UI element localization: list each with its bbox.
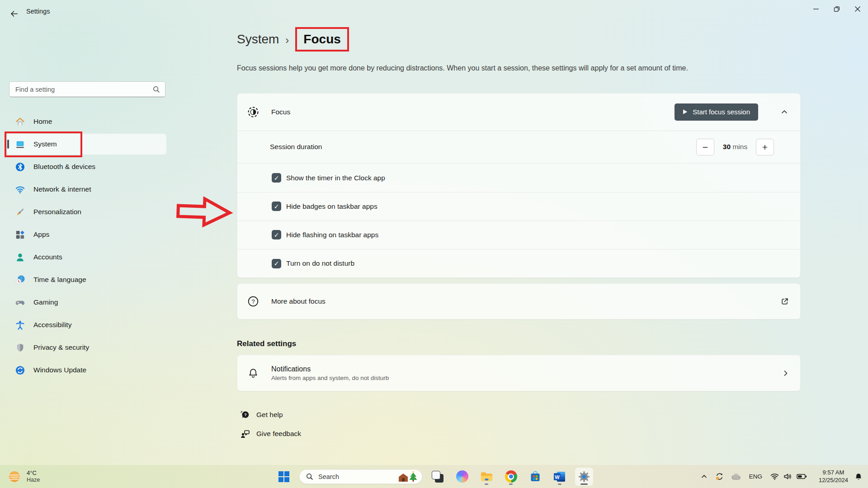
holiday-decoration-icon bbox=[396, 470, 420, 483]
settings-gear-icon bbox=[578, 470, 590, 483]
onedrive-cloud-icon[interactable] bbox=[731, 474, 741, 480]
more-about-focus-label: More about focus bbox=[271, 297, 326, 305]
sidebar-item-accessibility[interactable]: Accessibility bbox=[7, 314, 166, 335]
taskbar-search-box[interactable]: Search bbox=[299, 469, 422, 484]
start-focus-session-button[interactable]: Start focus session bbox=[675, 103, 758, 121]
checkbox-row-timer: ✓ Show the timer in the Clock app bbox=[237, 163, 800, 192]
microsoft-store-icon bbox=[529, 471, 541, 483]
sidebar-item-bluetooth[interactable]: Bluetooth & devices bbox=[7, 156, 166, 177]
checkbox-label: Hide badges on taskbar apps bbox=[286, 202, 377, 211]
clock-widget[interactable]: 9:57 AM 12/25/2024 bbox=[819, 469, 848, 484]
checkbox-show-timer[interactable]: ✓ bbox=[272, 173, 281, 183]
task-view-button[interactable] bbox=[429, 468, 447, 486]
notifications-card[interactable]: Notifications Alerts from apps and syste… bbox=[237, 355, 801, 391]
settings-content: System › Focus Focus sessions help you g… bbox=[237, 0, 801, 465]
sidebar-item-personalization[interactable]: Personalization bbox=[7, 202, 166, 222]
decrease-duration-button[interactable]: − bbox=[696, 139, 714, 155]
increase-duration-button[interactable]: + bbox=[756, 139, 774, 155]
settings-search-box[interactable] bbox=[9, 81, 165, 97]
sidebar-item-privacy[interactable]: Privacy & security bbox=[7, 337, 166, 358]
checkbox-do-not-disturb[interactable]: ✓ bbox=[272, 259, 281, 268]
running-indicator bbox=[509, 483, 513, 485]
focus-icon bbox=[247, 106, 259, 118]
privacy-shield-icon bbox=[15, 343, 25, 353]
breadcrumb-focus-annotated: Focus bbox=[295, 27, 349, 52]
copilot-button[interactable] bbox=[453, 468, 471, 486]
play-icon bbox=[683, 109, 688, 115]
apps-icon bbox=[15, 230, 25, 240]
network-icon bbox=[15, 184, 25, 195]
tray-date: 12/25/2024 bbox=[819, 477, 848, 484]
sidebar-item-system[interactable]: System bbox=[7, 134, 166, 155]
focus-expander-row[interactable]: Focus Start focus session bbox=[237, 94, 800, 131]
word-icon: W bbox=[553, 471, 566, 483]
chrome-button[interactable] bbox=[502, 468, 520, 486]
sidebar-item-network[interactable]: Network & internet bbox=[7, 179, 166, 200]
task-view-icon bbox=[432, 471, 443, 483]
tray-chevron-up-icon[interactable] bbox=[701, 474, 707, 479]
sidebar-item-label: System bbox=[33, 140, 57, 148]
start-focus-session-label: Start focus session bbox=[693, 108, 750, 116]
back-button[interactable] bbox=[6, 6, 22, 21]
home-icon bbox=[15, 117, 25, 127]
settings-app-button[interactable] bbox=[575, 468, 593, 486]
settings-sidebar: Home System Bluetooth & devices Network … bbox=[7, 81, 166, 382]
notification-bell-icon[interactable] bbox=[854, 473, 863, 481]
sidebar-item-windows-update[interactable]: Windows Update bbox=[7, 360, 166, 380]
haze-sun-icon bbox=[6, 469, 23, 485]
sidebar-item-gaming[interactable]: Gaming bbox=[7, 292, 166, 313]
microsoft-store-button[interactable] bbox=[526, 468, 544, 486]
checkbox-label: Show the timer in the Clock app bbox=[286, 174, 385, 182]
battery-icon[interactable] bbox=[797, 474, 807, 479]
checkbox-row-flashing: ✓ Hide flashing on taskbar apps bbox=[237, 221, 800, 249]
language-indicator[interactable]: ENG bbox=[749, 473, 762, 480]
sidebar-nav: Home System Bluetooth & devices Network … bbox=[7, 111, 166, 380]
checkbox-hide-flashing[interactable]: ✓ bbox=[272, 230, 281, 239]
arrow-left-icon bbox=[10, 9, 19, 18]
checkbox-label: Hide flashing on taskbar apps bbox=[286, 231, 378, 239]
chevron-right-icon bbox=[782, 370, 789, 377]
sidebar-item-accounts[interactable]: Accounts bbox=[7, 247, 166, 267]
get-help-link[interactable]: ? Get help bbox=[240, 409, 283, 420]
volume-icon[interactable] bbox=[783, 473, 792, 480]
checkbox-row-badges: ✓ Hide badges on taskbar apps bbox=[237, 192, 800, 221]
weather-widget[interactable]: 4°C Haze bbox=[0, 469, 40, 485]
time-language-icon bbox=[15, 275, 25, 285]
minimize-button[interactable] bbox=[806, 0, 826, 18]
wifi-icon[interactable] bbox=[770, 473, 779, 480]
personalization-icon bbox=[15, 207, 25, 217]
sidebar-item-apps[interactable]: Apps bbox=[7, 224, 166, 245]
windows-logo-icon bbox=[278, 471, 289, 482]
word-button[interactable]: W bbox=[551, 468, 569, 486]
focus-card: Focus Start focus session Session durati… bbox=[237, 93, 801, 278]
taskbar-search-placeholder: Search bbox=[318, 473, 339, 480]
search-input[interactable] bbox=[9, 82, 165, 97]
copilot-icon bbox=[456, 470, 468, 483]
sidebar-item-label: Network & internet bbox=[33, 185, 91, 193]
weather-text: 4°C Haze bbox=[27, 469, 40, 483]
more-about-focus-card[interactable]: ? More about focus bbox=[237, 283, 801, 319]
desktop: Settings Home System bbox=[0, 0, 868, 488]
get-help-icon: ? bbox=[240, 409, 250, 420]
breadcrumb: System › Focus bbox=[237, 27, 349, 52]
file-explorer-button[interactable] bbox=[477, 468, 495, 486]
sidebar-item-label: Home bbox=[33, 117, 52, 126]
sidebar-item-home[interactable]: Home bbox=[7, 111, 166, 132]
checkbox-hide-badges[interactable]: ✓ bbox=[272, 202, 281, 211]
page-description: Focus sessions help you get more done by… bbox=[237, 64, 688, 72]
chrome-icon bbox=[505, 470, 517, 483]
restore-icon bbox=[834, 6, 840, 12]
breadcrumb-system[interactable]: System bbox=[237, 32, 279, 47]
close-button[interactable] bbox=[847, 0, 868, 18]
focus-card-title: Focus bbox=[271, 108, 290, 116]
session-duration-row: Session duration − 30 mins + bbox=[237, 131, 800, 164]
duration-unit: mins bbox=[732, 143, 747, 150]
chevron-up-icon[interactable] bbox=[778, 108, 790, 116]
sync-status-icon[interactable] bbox=[715, 473, 724, 480]
start-button[interactable] bbox=[275, 468, 293, 486]
sidebar-item-label: Windows Update bbox=[33, 366, 86, 374]
give-feedback-link[interactable]: Give feedback bbox=[240, 428, 301, 439]
sidebar-item-time-language[interactable]: Time & language bbox=[7, 269, 166, 290]
restore-button[interactable] bbox=[826, 0, 847, 18]
weather-temp: 4°C bbox=[27, 469, 40, 477]
